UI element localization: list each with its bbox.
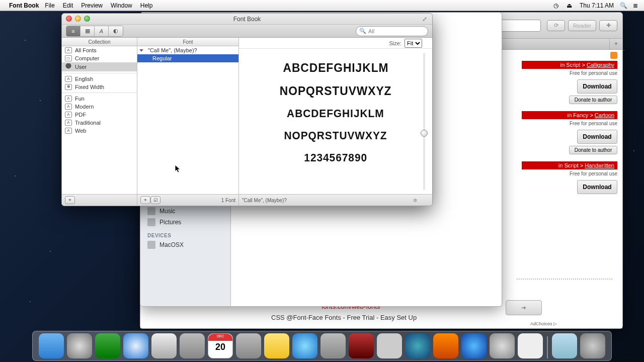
sidebar-item-music[interactable]: Music [140,206,230,217]
collection-item[interactable]: AEnglish [62,75,137,83]
menubar-clock[interactable]: Thu 7:11 AM [580,2,614,9]
zoom-button[interactable] [84,16,90,22]
notification-icon[interactable]: ≣ [633,2,640,9]
dock-launchpad[interactable] [67,333,92,358]
download-button[interactable]: Download [577,130,617,144]
close-button[interactable] [66,16,72,22]
download-button[interactable]: Download [577,79,617,94]
menu-edit[interactable]: Edit [63,2,73,9]
dock-appstore[interactable] [461,333,487,358]
preview-pane: Size: Fit ABCDEFGHIJKLM NOPQRSTUVWXYZ AB… [239,38,432,194]
minimize-button[interactable] [75,16,81,22]
collection-item[interactable]: AFun [62,95,137,103]
dock-downloads[interactable] [552,333,577,358]
collection-item[interactable]: APDF [62,111,137,119]
fontbook-toolbar: ≡ ▦ A ◐ 🔍 All [62,25,432,38]
fullscreen-button[interactable]: ⤢ [422,16,429,23]
dock: DEC 20 [32,331,612,361]
collection-icon: A [65,112,72,118]
safari-add-bookmark-button[interactable]: ✚ [599,20,617,31]
dock-vlc[interactable] [433,333,458,358]
menu-window[interactable]: Window [111,2,132,9]
dock-settings[interactable] [490,333,515,358]
spotlight-icon[interactable]: 🔍 [620,2,627,9]
fontbook-window: Font Book ⤢ ≡ ▦ A ◐ 🔍 All Collection AAl… [61,13,433,206]
collection-icon: A [65,104,72,110]
size-slider[interactable] [423,53,425,190]
fontbook-titlebar[interactable]: Font Book ⤢ [62,14,432,25]
dock-finder[interactable] [39,333,64,358]
dock-trash[interactable] [580,333,605,358]
web-right-column: in Script > CalligraphyFree for personal… [522,50,617,210]
slider-thumb[interactable] [421,130,428,137]
font-sample: ABCDEFGHIJKLM NOPQRSTUVWXYZ ABCDEFGHIJKL… [239,49,432,194]
web-category-bar: in Fancy > Cartoon [522,111,617,119]
safari-reader-button[interactable]: Reader [568,20,596,31]
collection-icon: ▭ [65,55,72,61]
spinner-icon: ✲ [413,198,417,203]
view-mode-info[interactable]: A [95,26,109,36]
view-mode-help[interactable]: ◐ [109,26,123,36]
dock-reminders[interactable] [236,333,261,358]
fontbook-search[interactable]: 🔍 All [356,26,428,36]
add-collection-button[interactable]: + [65,196,75,204]
font-list[interactable]: "Call Me", (Maybe)? Regular [137,46,238,194]
eject-icon[interactable]: ⏏ [567,2,574,9]
collection-item[interactable]: ▭Computer [62,54,137,62]
music-icon [147,207,155,215]
donate-button[interactable]: Donate to author [569,146,617,154]
web-category-link[interactable]: Calligraphy [587,62,614,68]
collection-icon: A [65,47,72,53]
menu-preview[interactable]: Preview [81,2,103,9]
dock-calendar[interactable]: DEC 20 [208,333,233,358]
sidebar-item-pictures[interactable]: Pictures [140,217,230,228]
collection-item[interactable]: ✽Fixed Width [62,83,137,91]
font-style-row[interactable]: Regular [137,54,238,62]
footer-font-name: "Call Me", (Maybe)? [242,198,287,203]
dock-photobooth[interactable] [349,333,374,358]
collection-header: Collection [62,38,137,46]
menu-file[interactable]: File [45,2,54,9]
safari-new-tab-button[interactable]: + [609,39,622,49]
download-button[interactable]: Download [577,180,617,194]
dock-mission-control[interactable] [95,333,120,358]
size-select[interactable]: Fit [405,39,422,48]
dock-notes[interactable] [264,333,289,358]
disclosure-triangle-icon[interactable] [139,49,143,52]
web-license-text: Free for personal use [522,169,617,178]
dock-facetime[interactable] [320,333,346,358]
timemachine-icon[interactable]: ◷ [553,2,560,9]
add-font-button[interactable]: + [140,196,150,204]
pictures-icon [147,218,155,226]
collection-item[interactable]: User [62,62,137,71]
web-category-link[interactable]: Cartoon [595,112,614,118]
collection-column: Collection AAll Fonts▭ComputerUserAEngli… [62,38,137,194]
collection-item[interactable]: AAll Fonts [62,46,137,54]
dock-itunes[interactable] [405,333,430,358]
font-family-row[interactable]: "Call Me", (Maybe)? [137,46,238,54]
collection-item[interactable]: AWeb [62,127,137,135]
dock-fontbook[interactable] [518,333,543,358]
dock-safari[interactable] [123,333,148,358]
size-control: Size: Fit [239,38,432,49]
web-category-link[interactable]: Handwritten [585,162,614,168]
ad-choices[interactable]: AdChoices ▷ [530,321,557,326]
sidebar-item-macosx[interactable]: MacOSX [140,239,230,250]
app-menu[interactable]: Font Book [9,2,39,9]
validate-button[interactable]: ☑ [150,196,160,204]
menu-help[interactable]: Help [140,2,153,9]
view-mode-list[interactable]: ≡ [66,26,80,36]
collection-list[interactable]: AAll Fonts▭ComputerUserAEnglish✽Fixed Wi… [62,46,137,194]
collection-item[interactable]: ATraditional [62,119,137,127]
view-mode-grid[interactable]: ▦ [80,26,95,36]
dock-help[interactable] [377,333,402,358]
rss-icon[interactable] [610,52,617,59]
dock-messages[interactable] [292,333,317,358]
safari-reload-button[interactable]: ⟳ [547,20,565,31]
ad-next-button[interactable]: ➔ [506,300,542,315]
dock-mail[interactable] [151,333,177,358]
donate-button[interactable]: Donate to author [569,96,617,104]
dock-contacts[interactable] [180,333,205,358]
menubar: Font Book File Edit Preview Window Help … [0,0,644,11]
collection-item[interactable]: AModern [62,103,137,111]
